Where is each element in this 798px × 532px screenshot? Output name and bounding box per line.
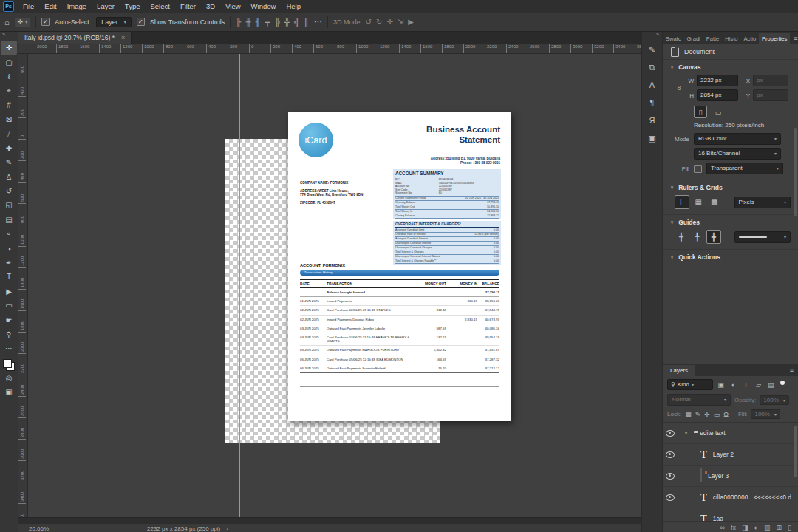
- path-selection-tool[interactable]: ▶: [1, 284, 17, 299]
- new-group-icon[interactable]: ▥: [764, 524, 771, 531]
- filter-smart-objects-icon[interactable]: ▤: [766, 381, 776, 389]
- link-dimensions-icon[interactable]: 8: [675, 84, 683, 92]
- menu-item[interactable]: Image: [62, 2, 92, 10]
- paragraph-panel-icon[interactable]: ¶: [644, 94, 661, 112]
- auto-select-checkbox[interactable]: ✓: [41, 18, 50, 26]
- chevron-down-icon[interactable]: ∨: [670, 219, 674, 225]
- add-layer-mask-icon[interactable]: ◨: [742, 524, 748, 531]
- status-caret-icon[interactable]: ›: [226, 525, 228, 532]
- pen-tool[interactable]: ✒: [1, 256, 17, 270]
- collapse-toolbar-icon[interactable]: »: [0, 32, 5, 41]
- distribute-right-icon[interactable]: ╣: [294, 18, 299, 26]
- visibility-cell[interactable]: [663, 487, 678, 508]
- vertical-guide[interactable]: [423, 54, 423, 517]
- menu-item[interactable]: File: [18, 2, 39, 10]
- menu-item[interactable]: Help: [281, 2, 306, 10]
- tab-layers[interactable]: Layers: [663, 365, 695, 376]
- frame-tool[interactable]: ⊠: [1, 112, 17, 126]
- 3d-roll-icon[interactable]: ↻: [376, 18, 382, 26]
- visibility-cell[interactable]: [663, 423, 678, 443]
- layers-scrollbar[interactable]: [794, 426, 797, 477]
- distribute-left-icon[interactable]: ╠: [275, 18, 280, 26]
- tab-history[interactable]: Histo: [722, 33, 740, 44]
- layer-name[interactable]: cilla0000000...<<<<<<<<0 d: [713, 494, 791, 501]
- color-mode-dropdown[interactable]: RGB Color▾: [694, 133, 781, 145]
- layer-row[interactable]: T 1aa: [663, 508, 798, 521]
- panel-menu-icon[interactable]: ≡: [790, 33, 798, 44]
- horizontal-scrollbar[interactable]: [18, 517, 641, 524]
- 3d-camera-icon[interactable]: ▶: [408, 18, 414, 26]
- clone-stamp-tool[interactable]: ♙: [1, 170, 17, 184]
- distribute-vertical-icon[interactable]: ║: [304, 18, 309, 26]
- brush-settings-icon[interactable]: ✎: [644, 41, 661, 58]
- menu-item[interactable]: Filter: [175, 2, 201, 10]
- brush-tool[interactable]: ✎: [1, 155, 17, 169]
- more-tools[interactable]: ⋯: [1, 341, 17, 355]
- grid-toggle-icon[interactable]: ▦: [692, 196, 706, 208]
- crop-tool[interactable]: #: [1, 98, 17, 112]
- more-options-icon[interactable]: ⋯: [314, 17, 322, 27]
- eyedropper-tool[interactable]: ⧸: [1, 126, 17, 140]
- tab-actions[interactable]: Actio: [740, 33, 759, 44]
- menu-item[interactable]: View: [220, 2, 245, 10]
- chevron-down-icon[interactable]: ∨: [670, 254, 674, 260]
- move-tool[interactable]: ✛: [1, 41, 17, 55]
- auto-select-target-dropdown[interactable]: Layer▾: [96, 17, 132, 27]
- healing-brush-tool[interactable]: ✚: [1, 141, 17, 155]
- show-transform-checkbox[interactable]: ✓: [137, 18, 145, 26]
- tab-patterns[interactable]: Patte: [703, 33, 723, 44]
- layer-row[interactable]: T cilla0000000...<<<<<<<<0 d: [663, 487, 798, 508]
- tab-properties[interactable]: Properties: [759, 33, 790, 44]
- chevron-down-icon[interactable]: ∨: [670, 64, 674, 70]
- lock-artboard-icon[interactable]: ▭: [714, 411, 720, 418]
- ruler-toggle-icon[interactable]: Γ: [675, 195, 689, 209]
- new-adjustment-layer-icon[interactable]: ◐: [754, 524, 758, 531]
- guide-style-dropdown[interactable]: ▾: [734, 231, 791, 243]
- fill-checkbox[interactable]: [694, 165, 702, 173]
- vertical-ruler[interactable]: 600 400 200 0 200 400 600 800 1000: [18, 54, 28, 517]
- layer-row[interactable]: T Layer 2: [663, 444, 798, 466]
- 3d-drag-icon[interactable]: ✛: [386, 18, 392, 26]
- width-field[interactable]: 2232 px: [697, 75, 738, 86]
- collapse-dock-icon[interactable]: »: [656, 32, 662, 41]
- layer-name[interactable]: Layer 3: [708, 472, 729, 480]
- align-left-edges-icon[interactable]: ╟: [236, 18, 241, 26]
- statement-page[interactable]: iCard Business Account Statement Address…: [288, 112, 511, 421]
- visibility-cell[interactable]: [663, 508, 678, 521]
- filter-shape-layers-icon[interactable]: ▱: [754, 381, 763, 389]
- foreground-color-chip[interactable]: [3, 359, 12, 368]
- filter-adjustment-layers-icon[interactable]: ◐: [729, 381, 738, 389]
- menu-item[interactable]: 3D: [201, 2, 220, 10]
- clear-guides-icon[interactable]: ╋: [706, 230, 721, 244]
- 3d-slide-icon[interactable]: ⇲: [398, 18, 403, 26]
- link-layers-icon[interactable]: ∞: [720, 524, 725, 531]
- portrait-orientation-button[interactable]: ▯: [694, 106, 707, 118]
- visibility-cell[interactable]: [663, 444, 678, 465]
- menu-item[interactable]: Edit: [39, 2, 61, 10]
- menu-item[interactable]: Type: [120, 2, 146, 10]
- quick-mask-button[interactable]: ◎: [1, 371, 17, 385]
- bit-depth-dropdown[interactable]: 16 Bits/Channel▾: [694, 148, 781, 160]
- vertical-guide[interactable]: [239, 54, 240, 517]
- group-expand-icon[interactable]: ∨: [684, 430, 688, 436]
- shape-tool[interactable]: ▭: [1, 299, 17, 313]
- lock-all-icon[interactable]: Ω: [723, 411, 729, 418]
- eraser-tool[interactable]: ◱: [1, 198, 17, 212]
- pixel-grid-icon[interactable]: ▩: [708, 196, 721, 208]
- blur-tool[interactable]: ⚬: [1, 227, 17, 241]
- visibility-cell[interactable]: [663, 466, 678, 486]
- delete-layer-icon[interactable]: ▯: [788, 524, 791, 531]
- filter-type-layers-icon[interactable]: T: [741, 381, 751, 389]
- tab-gradients[interactable]: Gradi: [683, 33, 703, 44]
- menu-item[interactable]: Window: [246, 2, 282, 10]
- chevron-down-icon[interactable]: ∨: [670, 185, 674, 191]
- 3d-orbit-icon[interactable]: ↺: [366, 18, 372, 26]
- active-tool-chip[interactable]: ✛ ▾: [15, 18, 31, 27]
- lock-transparency-icon[interactable]: ▦: [685, 411, 692, 418]
- layer-name[interactable]: Layer 2: [713, 451, 734, 458]
- layer-row[interactable]: ∨ edite text: [663, 423, 798, 444]
- gradient-tool[interactable]: ▤: [1, 213, 17, 227]
- menu-item[interactable]: Layer: [92, 2, 120, 10]
- home-icon[interactable]: ⌂: [4, 18, 10, 27]
- height-field[interactable]: 2854 px: [697, 89, 738, 101]
